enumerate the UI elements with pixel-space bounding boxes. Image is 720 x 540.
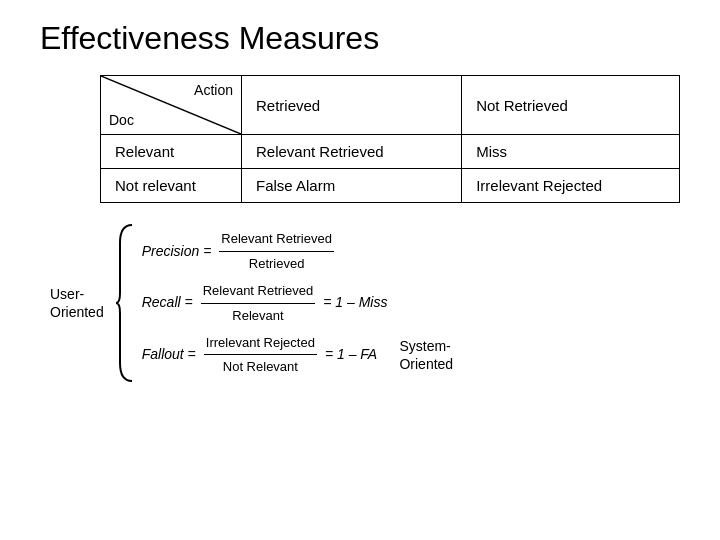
bottom-section: User-Oriented Precision = Relevant Retri…: [50, 223, 680, 383]
fallout-denominator: Not Relevant: [221, 355, 300, 378]
recall-label: Recall =: [142, 290, 193, 315]
row-notrelevant-label: Not relevant: [101, 169, 242, 203]
user-oriented-label: User-Oriented: [50, 285, 104, 321]
recall-denominator: Relevant: [230, 304, 285, 327]
system-oriented-label: System-Oriented: [399, 337, 453, 383]
fallout-numerator: Irrelevant Rejected: [204, 331, 317, 355]
fallout-frac: Irrelevant Rejected Not Relevant: [204, 331, 317, 379]
fallout-label: Fallout =: [142, 342, 196, 367]
precision-formula: Precision = Relevant Retrieved Retrieved: [142, 227, 388, 275]
table-row-not-relevant: Not relevant False Alarm Irrelevant Reje…: [101, 169, 680, 203]
recall-frac: Relevant Retrieved Relevant: [201, 279, 316, 327]
row-notrelevant-rejected: Irrelevant Rejected: [462, 169, 680, 203]
precision-numerator: Relevant Retrieved: [219, 227, 334, 251]
row-notrelevant-falsealarm: False Alarm: [242, 169, 462, 203]
header-not-retrieved: Not Retrieved: [462, 76, 680, 135]
recall-numerator: Relevant Retrieved: [201, 279, 316, 303]
formulas-block: Precision = Relevant Retrieved Retrieved…: [142, 227, 388, 378]
row-relevant-retrieved: Relevant Retrieved: [242, 135, 462, 169]
diagonal-header-cell: Action Doc: [101, 76, 242, 135]
row-relevant-label: Relevant: [101, 135, 242, 169]
page-title: Effectiveness Measures: [40, 20, 680, 57]
user-oriented-text: User-Oriented: [50, 285, 104, 321]
effectiveness-table: Action Doc Retrieved Not Retrieved Relev…: [100, 75, 680, 203]
header-action-label: Action: [194, 82, 233, 98]
table-row-relevant: Relevant Relevant Retrieved Miss: [101, 135, 680, 169]
curly-bracket-svg: [114, 223, 136, 383]
row-relevant-miss: Miss: [462, 135, 680, 169]
fallout-formula: Fallout = Irrelevant Rejected Not Releva…: [142, 331, 388, 379]
fallout-extra: = 1 – FA: [325, 342, 377, 367]
recall-extra: = 1 – Miss: [323, 290, 387, 315]
precision-frac: Relevant Retrieved Retrieved: [219, 227, 334, 275]
precision-label: Precision =: [142, 239, 212, 264]
header-retrieved: Retrieved: [242, 76, 462, 135]
page: Effectiveness Measures Action Doc Retrie…: [0, 0, 720, 540]
left-bracket-icon: [114, 223, 136, 383]
effectiveness-table-section: Action Doc Retrieved Not Retrieved Relev…: [100, 75, 680, 203]
header-doc-label: Doc: [109, 112, 134, 128]
recall-formula: Recall = Relevant Retrieved Relevant = 1…: [142, 279, 388, 327]
table-header-row: Action Doc Retrieved Not Retrieved: [101, 76, 680, 135]
precision-denominator: Retrieved: [247, 252, 307, 275]
